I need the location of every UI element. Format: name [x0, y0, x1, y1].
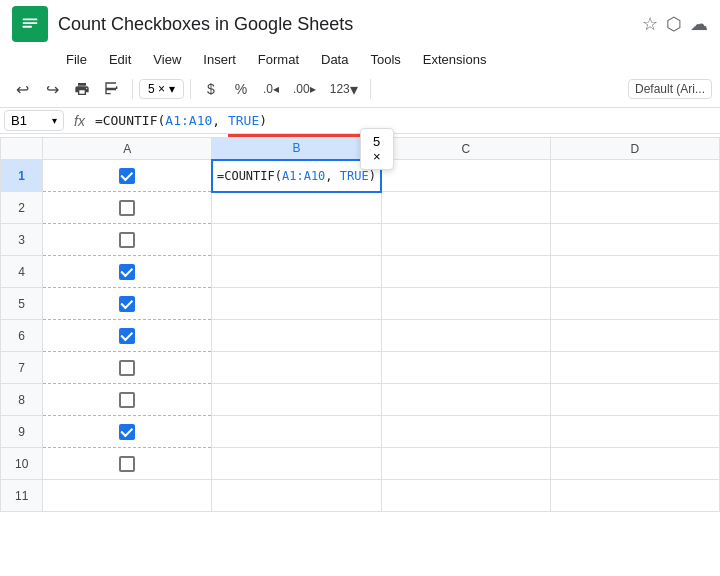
cell-c3[interactable] [381, 224, 550, 256]
cell-b8[interactable] [212, 384, 381, 416]
cell-b5[interactable] [212, 288, 381, 320]
cell-b1[interactable]: =COUNTIF(A1:A10, TRUE) [212, 160, 381, 192]
redo-button[interactable]: ↪ [38, 75, 66, 103]
table-row: 11 [1, 480, 720, 512]
cell-d3[interactable] [550, 224, 719, 256]
toolbar-divider-3 [370, 79, 371, 99]
checkbox-a6[interactable] [43, 320, 211, 351]
checkbox-a3[interactable] [43, 224, 211, 255]
cell-b3[interactable] [212, 224, 381, 256]
cell-a2[interactable] [43, 192, 212, 224]
cell-c10[interactable] [381, 448, 550, 480]
percent-button[interactable]: % [227, 75, 255, 103]
cell-c1[interactable] [381, 160, 550, 192]
page-title: Count Checkboxes in Google Sheets [58, 14, 632, 35]
cell-a3[interactable] [43, 224, 212, 256]
cell-d6[interactable] [550, 320, 719, 352]
toolbar-divider-2 [190, 79, 191, 99]
menu-file[interactable]: File [56, 48, 97, 71]
cell-a6[interactable] [43, 320, 212, 352]
cell-d9[interactable] [550, 416, 719, 448]
checkbox-a2[interactable] [43, 192, 211, 223]
checkbox-a9[interactable] [43, 416, 211, 447]
chevron-down-icon: ▾ [52, 115, 57, 126]
col-header-b[interactable]: B [212, 138, 381, 160]
cell-b6[interactable] [212, 320, 381, 352]
col-header-d[interactable]: D [550, 138, 719, 160]
cell-a1[interactable] [43, 160, 212, 192]
cell-a10[interactable] [43, 448, 212, 480]
sheet-body: 1=COUNTIF(A1:A10, TRUE)234567891011 [1, 160, 720, 512]
svg-rect-2 [23, 22, 38, 24]
col-header-c[interactable]: C [381, 138, 550, 160]
cell-d7[interactable] [550, 352, 719, 384]
font-selector[interactable]: Default (Ari... [628, 79, 712, 99]
star-icon[interactable]: ☆ [642, 13, 658, 35]
cell-b11[interactable] [212, 480, 381, 512]
cell-reference[interactable]: B1 ▾ [4, 110, 64, 131]
table-row: 8 [1, 384, 720, 416]
cell-b4[interactable] [212, 256, 381, 288]
number-format-button[interactable]: 123▾ [324, 75, 364, 103]
dollar-button[interactable]: $ [197, 75, 225, 103]
share-icon[interactable]: ⬡ [666, 13, 682, 35]
cell-c5[interactable] [381, 288, 550, 320]
checkbox-a8[interactable] [43, 384, 211, 415]
cell-a11[interactable] [43, 480, 212, 512]
menu-format[interactable]: Format [248, 48, 309, 71]
cell-c7[interactable] [381, 352, 550, 384]
cell-c4[interactable] [381, 256, 550, 288]
cell-d5[interactable] [550, 288, 719, 320]
cell-c9[interactable] [381, 416, 550, 448]
decimal-more-button[interactable]: .0◂ [257, 75, 285, 103]
col-header-a[interactable]: A [43, 138, 212, 160]
cell-c11[interactable] [381, 480, 550, 512]
row-num-1: 1 [1, 160, 43, 192]
cell-d2[interactable] [550, 192, 719, 224]
checkbox-a10[interactable] [43, 448, 211, 479]
cell-c6[interactable] [381, 320, 550, 352]
cell-b7[interactable] [212, 352, 381, 384]
formula-range: A1:A10 [165, 113, 212, 128]
formula-eq: = [95, 113, 103, 128]
decimal-less-button[interactable]: .00▸ [287, 75, 322, 103]
svg-rect-1 [23, 19, 38, 21]
undo-button[interactable]: ↩ [8, 75, 36, 103]
cell-b2[interactable] [212, 192, 381, 224]
menu-extensions[interactable]: Extensions [413, 48, 497, 71]
cell-d10[interactable] [550, 448, 719, 480]
menu-data[interactable]: Data [311, 48, 358, 71]
menu-insert[interactable]: Insert [193, 48, 246, 71]
zoom-value: 5 × [148, 82, 165, 96]
spreadsheet: A B C D 1=COUNTIF(A1:A10, TRUE)234567891… [0, 137, 720, 512]
paint-format-button[interactable] [98, 75, 126, 103]
formula-close: ) [259, 113, 267, 128]
cell-d11[interactable] [550, 480, 719, 512]
menu-edit[interactable]: Edit [99, 48, 141, 71]
checkbox-a1[interactable] [43, 160, 211, 191]
print-button[interactable] [68, 75, 96, 103]
cell-d1[interactable] [550, 160, 719, 192]
checkbox-a5[interactable] [43, 288, 211, 319]
cell-b9[interactable] [212, 416, 381, 448]
checkbox-a7[interactable] [43, 352, 211, 383]
menu-bar: File Edit View Insert Format Data Tools … [0, 48, 720, 71]
cell-c2[interactable] [381, 192, 550, 224]
cell-a9[interactable] [43, 416, 212, 448]
zoom-control[interactable]: 5 × ▾ 5 × [139, 79, 184, 99]
cell-c8[interactable] [381, 384, 550, 416]
cell-a7[interactable] [43, 352, 212, 384]
cell-d8[interactable] [550, 384, 719, 416]
checkbox-a4[interactable] [43, 256, 211, 287]
cloud-icon[interactable]: ☁ [690, 13, 708, 35]
row-num-3: 3 [1, 224, 43, 256]
menu-tools[interactable]: Tools [360, 48, 410, 71]
row-num-11: 11 [1, 480, 43, 512]
cell-d4[interactable] [550, 256, 719, 288]
cell-a4[interactable] [43, 256, 212, 288]
cell-b10[interactable] [212, 448, 381, 480]
cell-a8[interactable] [43, 384, 212, 416]
menu-view[interactable]: View [143, 48, 191, 71]
cell-a5[interactable] [43, 288, 212, 320]
formula-display[interactable]: =COUNTIF(A1:A10, TRUE) [95, 113, 716, 128]
